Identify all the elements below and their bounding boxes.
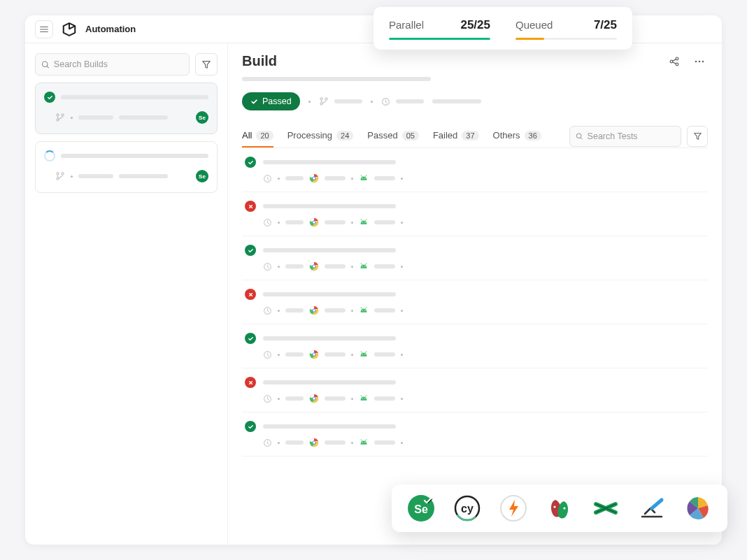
tests-search-input[interactable] <box>588 131 675 141</box>
test-row[interactable] <box>242 148 708 192</box>
sidebar-search[interactable] <box>35 53 190 76</box>
sidebar-filter-button[interactable] <box>195 53 218 76</box>
separator-dot <box>401 398 403 400</box>
tab-failed[interactable]: Failed 37 <box>433 124 479 148</box>
selenium-icon[interactable]: Se <box>407 494 435 522</box>
separator-dot <box>278 354 280 356</box>
separator-dot <box>351 310 353 312</box>
svg-point-22 <box>362 178 363 178</box>
svg-point-27 <box>313 221 315 224</box>
android-icon <box>359 217 369 227</box>
svg-point-15 <box>325 98 327 100</box>
placeholder-line <box>61 95 208 99</box>
svg-point-6 <box>62 173 64 175</box>
tab-count: 05 <box>402 131 419 141</box>
status-passed-icon <box>44 92 55 103</box>
separator-dot <box>278 398 280 400</box>
clock-icon <box>263 174 272 183</box>
sidebar-search-input[interactable] <box>54 59 183 69</box>
placeholder-line <box>242 77 431 81</box>
placeholder-line <box>374 176 395 180</box>
placeholder-line <box>374 396 395 401</box>
svg-point-12 <box>702 61 704 63</box>
svg-point-3 <box>62 114 64 116</box>
svg-point-7 <box>670 60 673 63</box>
svg-point-4 <box>57 173 59 175</box>
placeholder-line <box>263 160 396 164</box>
status-failed-icon <box>245 377 256 388</box>
placeholder-line <box>285 220 304 224</box>
lightning-icon[interactable] <box>499 494 527 522</box>
test-row[interactable] <box>242 236 708 280</box>
katalon-icon[interactable] <box>638 494 666 522</box>
placeholder-line <box>285 308 304 313</box>
tab-processing[interactable]: Processing 24 <box>287 124 354 148</box>
svg-point-5 <box>57 178 59 180</box>
filter-icon <box>693 131 702 141</box>
clock-icon <box>263 350 272 359</box>
svg-point-10 <box>695 61 697 63</box>
status-pill-label: Passed <box>262 96 292 106</box>
separator-dot <box>351 354 353 356</box>
testcafe-icon[interactable] <box>592 494 620 522</box>
status-running-icon <box>44 150 55 161</box>
build-card[interactable]: Se <box>35 141 218 193</box>
placeholder-line <box>396 99 424 103</box>
tab-passed[interactable]: Passed 05 <box>367 124 419 148</box>
placeholder-line <box>285 264 304 268</box>
clock-icon <box>263 438 272 447</box>
tabs-row: All 20 Processing 24 Passed 05 Failed 37 <box>242 124 708 148</box>
tests-list <box>242 148 708 457</box>
placeholder-line <box>285 440 304 445</box>
android-icon <box>359 306 369 315</box>
status-passed-icon <box>245 157 256 168</box>
stat-bar <box>389 38 490 40</box>
status-failed-icon <box>245 289 256 300</box>
sidebar-search-row <box>35 53 218 76</box>
svg-point-51 <box>313 397 315 400</box>
placeholder-line <box>325 308 346 313</box>
test-row[interactable] <box>242 192 708 236</box>
svg-point-45 <box>313 353 315 356</box>
svg-point-67 <box>563 507 565 509</box>
branch-icon <box>55 113 65 122</box>
placeholder-line <box>61 154 208 158</box>
placeholder-line <box>432 99 481 103</box>
tests-filter-button[interactable] <box>687 126 708 147</box>
separator-dot <box>401 266 403 268</box>
appium-icon[interactable] <box>684 494 712 522</box>
separator-dot <box>351 266 353 268</box>
tab-all[interactable]: All 20 <box>242 124 273 148</box>
test-row[interactable] <box>242 324 708 368</box>
chrome-icon <box>309 173 319 183</box>
branch-icon <box>55 171 65 181</box>
status-passed-icon <box>245 333 256 344</box>
tests-search[interactable] <box>569 126 681 147</box>
playwright-icon[interactable] <box>546 494 574 522</box>
placeholder-line <box>374 352 395 357</box>
tab-label: Processing <box>287 130 332 141</box>
test-row[interactable] <box>242 280 708 324</box>
clock-icon <box>263 394 272 403</box>
tab-others[interactable]: Others 36 <box>493 124 541 148</box>
svg-point-23 <box>364 178 365 178</box>
placeholder-line <box>119 115 168 120</box>
tabs: All 20 Processing 24 Passed 05 Failed 37 <box>242 124 569 148</box>
menu-button[interactable] <box>35 20 53 38</box>
separator-dot <box>401 222 403 224</box>
stat-parallel: Parallel 25/25 <box>389 18 490 40</box>
build-card[interactable]: Se <box>35 82 218 134</box>
chrome-icon <box>309 438 319 447</box>
placeholder-line <box>285 396 304 401</box>
more-button[interactable] <box>691 53 708 70</box>
svg-point-11 <box>699 61 701 63</box>
separator-dot <box>401 310 403 312</box>
svg-point-33 <box>313 265 315 268</box>
page-title: Build <box>242 53 657 69</box>
test-row[interactable] <box>242 368 708 412</box>
test-row[interactable] <box>242 412 708 457</box>
svg-point-58 <box>362 442 363 443</box>
share-button[interactable] <box>666 53 683 70</box>
cypress-icon[interactable]: cy <box>453 494 481 522</box>
placeholder-line <box>263 424 396 429</box>
